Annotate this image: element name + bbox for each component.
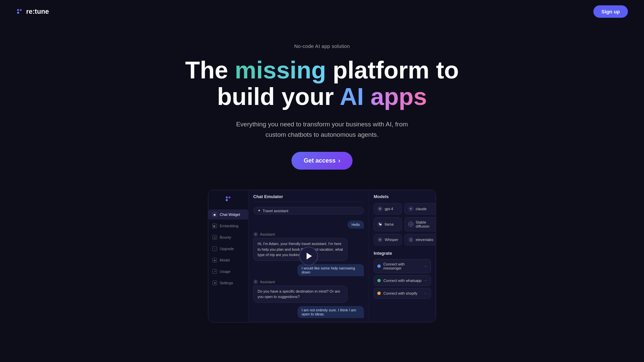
demo-window: ▣ Chat Widget ◧ Embedding ◎ Bounty ↑ Upg… bbox=[208, 190, 436, 322]
user-bubble-3: I am not entirely sure. I think I am ope… bbox=[298, 306, 364, 318]
sidebar-item-bounty[interactable]: ◎ Bounty bbox=[208, 232, 248, 242]
logo-icon bbox=[16, 8, 23, 15]
hero-section: No-code AI app solution The missing plat… bbox=[0, 23, 644, 183]
integrate-whatsapp[interactable]: Connect with whatsapp → bbox=[374, 275, 431, 286]
sidebar-label-settings: Settings bbox=[220, 281, 233, 285]
embedding-icon: ◧ bbox=[212, 224, 217, 228]
stable-diffusion-icon: ○ bbox=[408, 222, 414, 227]
demo-wrapper: ▣ Chat Widget ◧ Embedding ◎ Bounty ↑ Upg… bbox=[0, 183, 644, 322]
chat-message-assistant-2: ✦ Assistant Do you have a specific desti… bbox=[253, 280, 364, 303]
hero-apps-word: apps bbox=[364, 83, 427, 110]
messenger-dot-icon bbox=[377, 264, 381, 268]
travel-tag-icon: ✦ bbox=[258, 208, 261, 213]
travel-assistant-tag: ✦ Travel assistant bbox=[253, 207, 364, 215]
assistant-icon-1: ✦ bbox=[253, 232, 258, 237]
assistant-label-1: Assistant bbox=[260, 232, 275, 236]
integrate-label-shopify: Connect with shopify bbox=[383, 291, 418, 295]
demo-chat-area: Chat Emulator ✦ Travel assistant Hello ✦… bbox=[249, 190, 369, 322]
hero-title-line1: The missing platform to bbox=[185, 57, 459, 83]
assistant-bubble-2: Do you have a specific destination in mi… bbox=[253, 286, 347, 303]
elevenlabs-icon: || bbox=[408, 237, 414, 242]
chat-message-user-2: I would like some help narrowing down bbox=[253, 264, 364, 276]
upgrade-icon: ↑ bbox=[212, 246, 217, 251]
hero-subtitle: No-code AI app solution bbox=[7, 43, 637, 49]
model-card-elevenlabs[interactable]: || elevenlabs bbox=[405, 234, 436, 245]
navbar: re:tune Sign up bbox=[0, 0, 644, 23]
llama-icon: 🦙 bbox=[377, 222, 383, 227]
bounty-icon: ◎ bbox=[212, 235, 217, 240]
chat-header: Chat Emulator bbox=[253, 194, 364, 202]
whatsapp-arrow-icon: → bbox=[423, 278, 427, 283]
model-icon: ◈ bbox=[212, 258, 217, 262]
sidebar-item-embedding[interactable]: ◧ Embedding bbox=[208, 221, 248, 231]
sidebar-item-chat-widget[interactable]: ▣ Chat Widget bbox=[208, 209, 248, 220]
model-label-elevenlabs: elevenlabs bbox=[416, 238, 433, 242]
assistant-icon-2: ✦ bbox=[253, 280, 258, 284]
signup-button[interactable]: Sign up bbox=[593, 5, 628, 18]
models-header: Models bbox=[374, 194, 431, 199]
messenger-arrow-icon: → bbox=[423, 264, 427, 268]
usage-icon: ↗ bbox=[212, 269, 217, 274]
user-bubble-1: Hello bbox=[347, 221, 364, 229]
sidebar-label-upgrade: Upgrade bbox=[220, 247, 234, 251]
assistant-label-2: Assistant bbox=[260, 280, 275, 284]
settings-icon: ⚙ bbox=[212, 281, 217, 285]
chat-message-user-3: I am not entirely sure. I think I am ope… bbox=[253, 306, 364, 318]
get-access-button[interactable]: Get access › bbox=[291, 152, 352, 170]
sidebar-label-chat-widget: Chat Widget bbox=[220, 213, 240, 217]
model-label-whisper: Whisper bbox=[385, 238, 398, 242]
svg-point-1 bbox=[20, 9, 22, 11]
model-card-whisper[interactable]: ⊕ Whisper bbox=[374, 234, 402, 245]
play-triangle-icon bbox=[307, 253, 312, 259]
sidebar-item-usage[interactable]: ↗ Usage bbox=[208, 266, 248, 277]
model-label-gpt4: gpt-4 bbox=[385, 207, 393, 211]
model-label-llama: llama bbox=[385, 222, 393, 226]
models-grid: ⚙ gpt-4 ✦ claude 🦙 llama ○ Stable diffus… bbox=[374, 203, 431, 245]
whatsapp-dot-icon bbox=[377, 279, 381, 282]
chat-message-user-1: Hello bbox=[253, 221, 364, 229]
model-card-claude[interactable]: ✦ claude bbox=[405, 203, 436, 215]
logo-text: re:tune bbox=[26, 8, 49, 15]
claude-icon: ✦ bbox=[408, 206, 414, 212]
model-card-llama[interactable]: 🦙 llama bbox=[374, 217, 402, 231]
logo: re:tune bbox=[16, 8, 49, 15]
svg-point-4 bbox=[228, 196, 230, 198]
integrate-label-messenger: Connect with messenger bbox=[383, 262, 423, 270]
shopify-dot-icon bbox=[377, 292, 381, 295]
hero-ai-word: AI bbox=[340, 83, 364, 110]
svg-point-2 bbox=[17, 12, 19, 14]
demo-models-panel: Models ⚙ gpt-4 ✦ claude 🦙 llama ○ Stable… bbox=[369, 190, 436, 322]
model-card-gpt4[interactable]: ⚙ gpt-4 bbox=[374, 203, 402, 215]
integrate-label-whatsapp: Connect with whatsapp bbox=[383, 279, 422, 283]
chat-widget-icon: ▣ bbox=[212, 212, 217, 217]
model-card-stable-diffusion[interactable]: ○ Stable diffusion bbox=[405, 217, 436, 231]
sidebar-label-bounty: Bounty bbox=[220, 235, 231, 239]
shopify-arrow-icon: → bbox=[423, 291, 427, 296]
sidebar-label-embedding: Embedding bbox=[220, 224, 238, 228]
integrate-header: Integrate bbox=[374, 251, 431, 256]
svg-point-3 bbox=[226, 196, 228, 198]
hero-title: The missing platform to build your AI ap… bbox=[7, 57, 637, 110]
play-button[interactable] bbox=[299, 247, 318, 265]
integrate-shopify[interactable]: Connect with shopify → bbox=[374, 288, 431, 299]
sidebar-item-model[interactable]: ◈ Model bbox=[208, 255, 248, 265]
demo-logo-icon bbox=[225, 195, 232, 203]
model-label-stable-diffusion: Stable diffusion bbox=[416, 220, 433, 228]
hero-description: Everything you need to transform your bu… bbox=[7, 119, 637, 140]
sidebar-item-settings[interactable]: ⚙ Settings bbox=[208, 278, 248, 288]
user-bubble-2: I would like some help narrowing down bbox=[298, 264, 364, 276]
sidebar-label-usage: Usage bbox=[220, 269, 230, 274]
gpt4-icon: ⚙ bbox=[377, 206, 383, 212]
svg-point-5 bbox=[226, 199, 228, 201]
sidebar-item-upgrade[interactable]: ↑ Upgrade bbox=[208, 244, 248, 254]
hero-title-line2: build your AI apps bbox=[217, 83, 427, 110]
sidebar-label-model: Model bbox=[220, 258, 230, 262]
hero-missing-word: missing bbox=[235, 57, 326, 83]
model-label-claude: claude bbox=[416, 207, 426, 211]
demo-sidebar: ▣ Chat Widget ◧ Embedding ◎ Bounty ↑ Upg… bbox=[208, 190, 249, 322]
integrate-messenger[interactable]: Connect with messenger → bbox=[374, 259, 431, 273]
svg-point-0 bbox=[17, 9, 19, 11]
whisper-icon: ⊕ bbox=[377, 237, 383, 242]
